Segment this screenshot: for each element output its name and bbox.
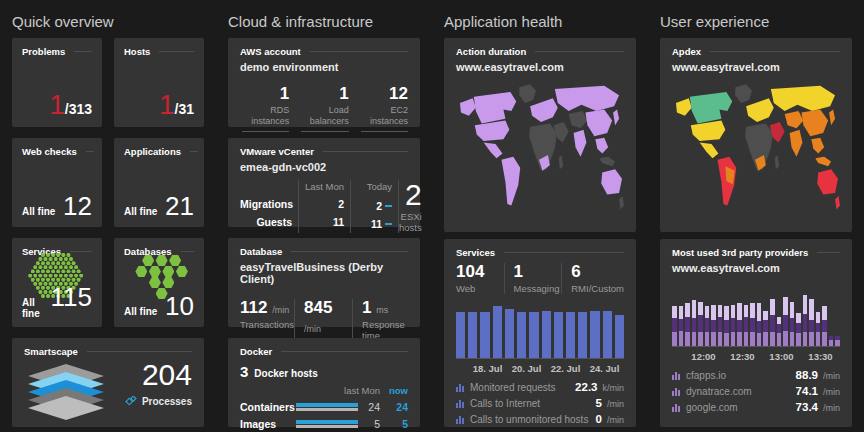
title-rule [535,51,624,52]
apdex-world-map [672,81,840,215]
section-title-cloud: Cloud & infrastructure [228,13,420,29]
title-rule [504,252,624,253]
column-application-health: Application health Action duration www.e… [432,0,648,432]
row-label: Containers [240,401,296,413]
hexagon [59,257,63,261]
stacked-bar [770,286,775,346]
map-region-japan [829,109,835,125]
tile-databases[interactable]: Databases All fine 10 [114,238,204,327]
stacked-bar [724,286,729,346]
hexagon [43,257,47,261]
map-region-central-asia [569,111,588,128]
hexagon [71,269,75,273]
map-region-china [585,109,612,136]
title-rule [74,51,92,52]
tile-3rd-party-providers[interactable]: Most used 3rd party providers www.easytr… [660,239,852,427]
hexagon [46,253,50,257]
aws-environment-name: demo environment [240,61,408,73]
docker-hosts-label: Docker hosts [254,368,317,379]
hexagon [56,261,60,265]
map-region-mexico [700,142,719,158]
tile-web-checks[interactable]: Web checks All fine 12 [12,138,102,227]
tile-action-duration[interactable]: Action duration www.easytravel.com [444,38,636,232]
docker-hosts-count: 3 [240,363,248,380]
tile-apdex[interactable]: Apdex www.easytravel.com [660,38,852,232]
map-region-new-zealand [619,196,624,209]
stacked-bar [685,286,690,346]
hexagon [162,266,174,277]
action-duration-world-map [456,81,624,215]
hexagon [46,269,50,273]
hexagon [51,261,55,265]
aws-stat-rds: 1 RDSinstances [242,85,289,132]
sparkline-flat-icon [385,205,392,207]
stacked-bar [816,286,821,346]
hexagon [33,274,37,278]
map-region-canada [474,92,516,124]
stacked-bar [679,286,684,346]
hexagon [36,261,40,265]
hexagon [71,261,75,265]
stacked-bar [790,286,795,346]
hexagon [31,278,35,282]
tile-smartscape[interactable]: Smartscape 204 Processes [12,338,204,427]
column-header-now: now [380,385,408,396]
tile-problems[interactable]: Problems 1 /313 [12,38,102,127]
metric-row-dynatrace: dynatrace.com 74.1/min [672,385,840,398]
stacked-bar [783,286,788,346]
tile-hosts[interactable]: Hosts 1 /31 [114,38,204,127]
bar [578,312,587,358]
hexagon [76,269,80,273]
row-label: Migrations [240,197,298,215]
map-region-europe [746,98,774,122]
tile-database[interactable]: Database easyTravelBusiness (Derby Clien… [228,238,420,327]
title-rule [181,251,194,252]
bar [566,312,575,358]
mini-bar-chart-icon [456,383,465,392]
services-bar-chart [456,304,624,359]
stacked-bar [692,286,697,346]
title-rule [87,351,192,352]
hexagon [59,274,63,278]
tile-title: Database [240,246,282,257]
providers-stacked-chart [672,286,840,347]
section-title-app-health: Application health [444,13,636,29]
map-region-middle-east [554,122,569,142]
tile-vmware-vcenter[interactable]: VMware vCenter emea-gdn-vc002 2 ESXi hos… [228,138,420,227]
database-name: easyTravelBusiness (Derby Client) [240,261,408,285]
stacked-bar [796,286,801,346]
column-cloud-infrastructure: Cloud & infrastructure AWS account demo … [216,0,432,432]
row-label: Images [240,418,296,430]
tile-services-detail[interactable]: Services 104 Web 1 Messaging 6 RMI/Custo… [444,239,636,427]
stacked-bar [737,286,742,346]
tile-services[interactable]: Services All fine 115 [12,238,102,327]
metric-row-cfapps: cfapps.io 88.9/min [672,369,840,382]
tile-aws-account[interactable]: AWS account demo environment 1 RDSinstan… [228,38,420,127]
tile-title: Problems [22,46,65,57]
hexagon [38,257,42,261]
map-region-indonesia [599,157,615,166]
tile-docker[interactable]: Docker 3 Docker hosts last Mon now Conta… [228,338,420,427]
databases-count: 10 [165,293,194,319]
stacked-bar [829,286,834,346]
hexagon [38,265,42,269]
mini-bar-chart-icon [672,403,681,412]
hexagon [135,266,147,277]
map-region-india [574,130,587,157]
metric-row-calls-internet: Calls to Internet 5/min [456,397,624,410]
mini-bar-chart-icon [456,399,465,408]
section-title-quick-overview: Quick overview [12,13,204,29]
bar [468,312,477,358]
tile-title: Smartscape [24,346,78,357]
hexagon [41,253,45,257]
tile-title: VMware vCenter [240,146,314,157]
hexagon [51,269,55,273]
hexagon [59,265,63,269]
svc-stat-messaging: 1 Messaging [504,263,562,294]
stacked-bar [731,286,736,346]
title-rule [323,151,408,152]
tile-applications[interactable]: Applications All fine 21 [114,138,204,227]
hexagon [46,261,50,265]
map-region-greenland [735,84,752,103]
stacked-bar [777,286,782,346]
